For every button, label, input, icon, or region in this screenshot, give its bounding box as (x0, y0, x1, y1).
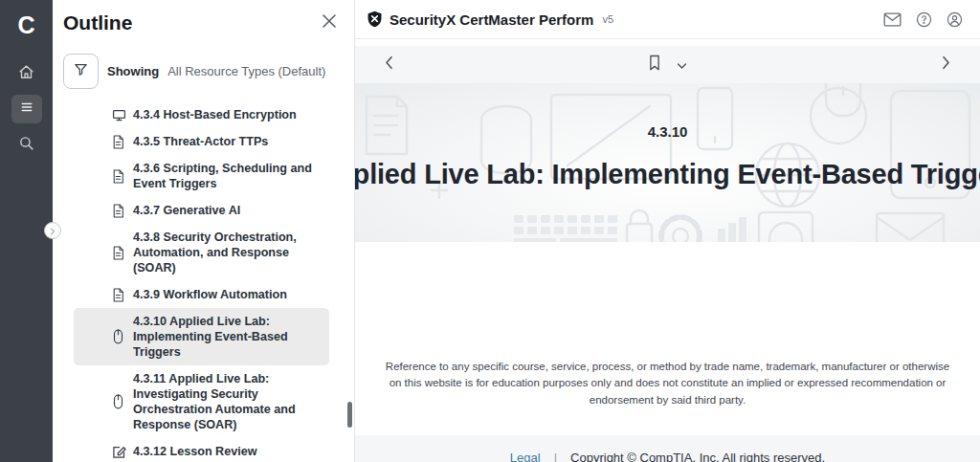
outline-menu-button[interactable] (11, 95, 42, 123)
document-icon (112, 287, 126, 302)
account-button[interactable] (947, 11, 963, 28)
messages-button[interactable] (883, 12, 902, 27)
filter-current-value: All Resource Types (Default) (167, 64, 325, 78)
mouse-icon (112, 329, 126, 344)
outline-item-label: 4.3.4 Host-Based Encryption (133, 107, 297, 122)
comptia-logo: C (17, 9, 34, 41)
panel-collapse-toggle[interactable] (44, 222, 61, 239)
chevron-left-icon (384, 55, 394, 74)
outline-item-4-3-4[interactable]: 4.3.4 Host-Based Encryption (74, 101, 329, 128)
lesson-body: Reference to any specific course, servic… (355, 242, 980, 435)
home-icon (18, 64, 34, 84)
securityx-shield-icon (367, 11, 383, 28)
chevron-down-icon (677, 56, 687, 74)
app-header: SecurityX CertMaster Perform v5 (355, 0, 980, 39)
next-lesson-button[interactable] (941, 55, 951, 74)
filter-showing-label: Showing (107, 64, 159, 78)
outline-list: 4.3.4 Host-Based Encryption 4.3.5 Threat… (53, 101, 354, 462)
rail-nav (11, 59, 42, 159)
outline-item-4-3-5[interactable]: 4.3.5 Threat-Actor TTPs (74, 128, 329, 155)
bookmark-menu-button[interactable] (677, 56, 687, 74)
bookmark-icon (648, 55, 661, 76)
outline-item-4-3-12[interactable]: 4.3.12 Lesson Review (74, 438, 329, 462)
document-icon (112, 134, 126, 149)
monitor-icon (112, 107, 126, 122)
outline-item-4-3-6[interactable]: 4.3.6 Scripting, Scheduling and Event Tr… (74, 155, 329, 197)
third-party-disclaimer: Reference to any specific course, servic… (381, 359, 955, 409)
menu-icon (19, 100, 34, 118)
search-button[interactable] (11, 130, 42, 159)
previous-lesson-button[interactable] (384, 55, 394, 74)
bookmark-controls (394, 55, 941, 76)
search-icon (18, 135, 34, 155)
brand: SecurityX CertMaster Perform v5 (367, 11, 613, 28)
lesson-number: 4.3.10 (648, 123, 688, 140)
outline-item-label: 4.3.8 Security Orchestration, Automation… (133, 230, 322, 275)
product-title: SecurityX CertMaster Perform (390, 11, 593, 28)
document-icon (112, 168, 126, 184)
lesson-title: Applied Live Lab: Implementing Event-Bas… (355, 159, 980, 190)
outline-item-4-3-10-current[interactable]: 4.3.10 Applied Live Lab: Implementing Ev… (74, 308, 329, 365)
outline-item-4-3-9[interactable]: 4.3.9 Workflow Automation (74, 281, 329, 308)
header-actions (883, 11, 963, 28)
outline-item-label: 4.3.9 Workflow Automation (133, 287, 287, 302)
close-outline-button[interactable] (322, 13, 337, 33)
main-area: SecurityX CertMaster Perform v5 (355, 0, 980, 462)
outline-scrollbar-thumb[interactable] (347, 402, 352, 428)
outline-item-label: 4.3.11 Applied Live Lab: Investigating S… (133, 371, 322, 432)
outline-item-4-3-11[interactable]: 4.3.11 Applied Live Lab: Investigating S… (74, 365, 329, 438)
filter-button[interactable] (63, 54, 99, 89)
bookmark-button[interactable] (648, 55, 661, 76)
outline-item-label: 4.3.7 Generative AI (133, 203, 240, 218)
chevron-right-icon (941, 55, 951, 74)
outline-item-label: 4.3.10 Applied Live Lab: Implementing Ev… (133, 314, 322, 360)
app-window: C Outline (0, 0, 980, 462)
lesson-navigation-bar (355, 46, 980, 83)
copyright-text: Copyright © CompTIA, Inc. All rights res… (570, 451, 825, 462)
resource-filter-row: Showing All Resource Types (Default) (63, 54, 354, 89)
document-icon (112, 245, 126, 260)
edit-icon (112, 444, 126, 459)
help-button[interactable] (916, 11, 932, 28)
outline-item-label: 4.3.12 Lesson Review (133, 444, 257, 459)
outline-item-label: 4.3.6 Scripting, Scheduling and Event Tr… (133, 161, 322, 191)
outline-item-4-3-7[interactable]: 4.3.7 Generative AI (74, 197, 329, 224)
home-button[interactable] (11, 59, 42, 88)
outline-item-label: 4.3.5 Threat-Actor TTPs (133, 134, 268, 149)
filter-funnel-icon (73, 61, 89, 81)
lesson-banner: 4.3.10 Applied Live Lab: Implementing Ev… (355, 83, 980, 242)
document-icon (112, 203, 126, 218)
chevron-right-icon (49, 222, 56, 239)
product-version: v5 (602, 13, 613, 25)
close-icon (322, 13, 337, 33)
outline-item-4-3-8[interactable]: 4.3.8 Security Orchestration, Automation… (74, 224, 329, 281)
mouse-icon (112, 394, 126, 409)
footer-divider: | (554, 451, 557, 462)
outline-panel: Outline Showing All Resource Types (Defa… (53, 0, 355, 462)
page-footer: Legal | Copyright © CompTIA, Inc. All ri… (355, 435, 980, 462)
outline-panel-title: Outline (63, 11, 132, 34)
legal-link[interactable]: Legal (510, 451, 541, 462)
